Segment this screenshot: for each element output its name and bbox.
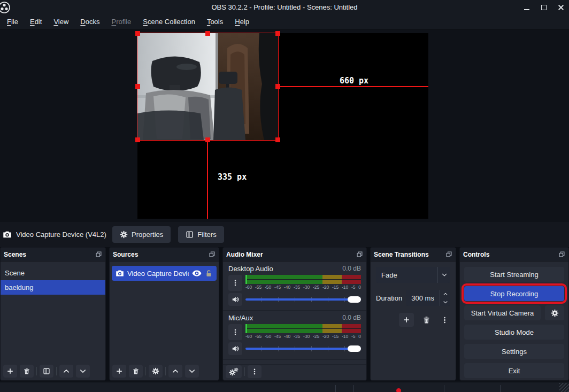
menu-item-docks[interactable]: Docks <box>74 14 105 29</box>
filters-button[interactable]: Filters <box>178 226 224 243</box>
audio-mixer-panel: Audio Mixer Desktop Audio 0.0 dB -60-55 <box>222 247 367 381</box>
audio-options-button[interactable] <box>228 324 242 340</box>
menu-item-help[interactable]: Help <box>229 14 255 29</box>
audio-mixer-title: Audio Mixer <box>226 251 356 258</box>
move-scene-down-button[interactable] <box>76 365 90 378</box>
move-scene-up-button[interactable] <box>59 365 73 378</box>
visibility-toggle-eye-icon[interactable] <box>192 268 202 278</box>
channel-level-db: 0.0 dB <box>342 265 361 273</box>
selection-handle[interactable] <box>275 137 280 142</box>
menu-item-profile[interactable]: Profile <box>105 14 137 29</box>
stop-recording-button[interactable]: Stop Recording <box>464 286 564 301</box>
dock-area: Scenes Scene baeldung Sources <box>0 247 569 381</box>
add-scene-button[interactable] <box>3 365 17 378</box>
selection-handle[interactable] <box>135 84 140 89</box>
kebab-icon <box>441 316 449 324</box>
start-streaming-button[interactable]: Start Streaming <box>464 267 564 282</box>
preview-canvas[interactable]: 660 px 335 px <box>137 33 428 219</box>
menu-item-tools[interactable]: Tools <box>201 14 229 29</box>
controls-header[interactable]: Controls <box>460 248 568 262</box>
scenes-panel-header[interactable]: Scenes <box>1 248 105 262</box>
remove-source-button[interactable] <box>129 365 143 378</box>
transition-select[interactable]: Fade <box>376 267 450 283</box>
sources-panel: Sources Video Capture Device (V4L2) <box>109 247 219 381</box>
add-transition-button[interactable] <box>399 313 414 327</box>
chevron-down-icon <box>79 367 87 375</box>
add-source-button[interactable] <box>112 365 126 378</box>
meter-scale: -60-55-50-45-40-35-30-25-20-15-10-50 <box>245 285 361 290</box>
menu-item-file[interactable]: File <box>1 14 24 29</box>
mixer-options-button[interactable] <box>248 365 262 378</box>
properties-button[interactable]: Properties <box>112 226 171 243</box>
transition-options-button[interactable] <box>439 314 450 326</box>
chevron-up-icon <box>443 291 448 297</box>
selection-handle[interactable] <box>205 31 210 36</box>
virtual-camera-config-button[interactable] <box>545 305 564 320</box>
audio-mixer-header[interactable]: Audio Mixer <box>223 248 366 262</box>
menu-bar: File Edit View Docks Profile Scene Colle… <box>0 14 569 29</box>
chevron-up-icon <box>172 367 179 375</box>
resize-grip[interactable] <box>559 383 569 392</box>
slider-handle[interactable] <box>348 296 361 303</box>
scene-list-item[interactable]: Scene <box>1 266 105 280</box>
channel-name: Mic/Aux <box>228 314 253 322</box>
duration-label: Duration <box>376 294 402 302</box>
channel-level-db: 0.0 dB <box>342 314 361 322</box>
close-button[interactable] <box>557 4 565 11</box>
camera-icon <box>116 269 124 278</box>
settings-button[interactable]: Settings <box>464 344 564 359</box>
maximize-button[interactable] <box>540 4 548 11</box>
duration-spinbox[interactable]: 300 ms <box>406 290 450 306</box>
advanced-audio-button[interactable] <box>226 365 242 378</box>
mute-button[interactable] <box>228 342 242 355</box>
gear-icon <box>551 309 559 317</box>
scene-transitions-header[interactable]: Scene Transitions <box>371 248 456 262</box>
sources-toolbar <box>110 364 219 380</box>
speaker-icon <box>232 296 239 303</box>
trash-icon <box>422 316 430 324</box>
chevron-down-icon <box>441 272 448 278</box>
volume-slider[interactable] <box>245 295 361 304</box>
duration-value: 300 ms <box>406 290 440 306</box>
menu-item-view[interactable]: View <box>48 14 74 29</box>
lock-toggle-icon[interactable] <box>205 270 213 278</box>
volume-meter <box>245 324 361 333</box>
minimize-button[interactable] <box>523 4 530 11</box>
controls-title: Controls <box>463 251 558 258</box>
slider-handle[interactable] <box>348 345 361 352</box>
source-list-item-selected[interactable]: Video Capture Device (V4L2) <box>112 266 217 281</box>
exit-button[interactable]: Exit <box>464 363 564 378</box>
menu-item-scene-collection[interactable]: Scene Collection <box>137 14 201 29</box>
selection-handle[interactable] <box>275 31 280 36</box>
selection-handle[interactable] <box>135 137 140 142</box>
selection-handle[interactable] <box>135 31 140 36</box>
menu-item-edit[interactable]: Edit <box>24 14 48 29</box>
remove-transition-button[interactable] <box>420 314 432 326</box>
source-context-toolbar: Video Capture Device (V4L2) Properties F… <box>0 222 569 247</box>
scene-filters-button[interactable] <box>40 365 53 378</box>
studio-mode-button[interactable]: Studio Mode <box>464 325 564 340</box>
double-gear-icon <box>229 367 239 376</box>
scene-transitions-panel: Scene Transitions Fade Duration 300 ms <box>370 247 456 381</box>
dock-icon <box>95 251 102 258</box>
audio-options-button[interactable] <box>228 275 242 291</box>
spin-down-button[interactable] <box>440 298 450 306</box>
volume-slider[interactable] <box>245 344 361 353</box>
filter-icon <box>43 367 50 375</box>
recording-indicator-dot <box>396 388 401 392</box>
filter-icon <box>186 230 194 239</box>
source-properties-button[interactable] <box>149 365 163 378</box>
mute-button[interactable] <box>228 293 242 306</box>
scene-list-item-selected[interactable]: baeldung <box>1 280 105 295</box>
width-measure-label: 660 px <box>314 76 394 86</box>
start-virtual-camera-button[interactable]: Start Virtual Camera <box>464 305 541 320</box>
remove-scene-button[interactable] <box>20 365 34 378</box>
sources-panel-header[interactable]: Sources <box>110 248 219 262</box>
move-source-up-button[interactable] <box>168 365 182 378</box>
scenes-toolbar <box>1 364 105 380</box>
trash-icon <box>132 367 140 375</box>
spin-up-button[interactable] <box>440 290 450 298</box>
selection-rect[interactable] <box>137 33 278 140</box>
source-item-label: Video Capture Device (V4L2) <box>127 270 189 278</box>
move-source-down-button[interactable] <box>185 365 199 378</box>
